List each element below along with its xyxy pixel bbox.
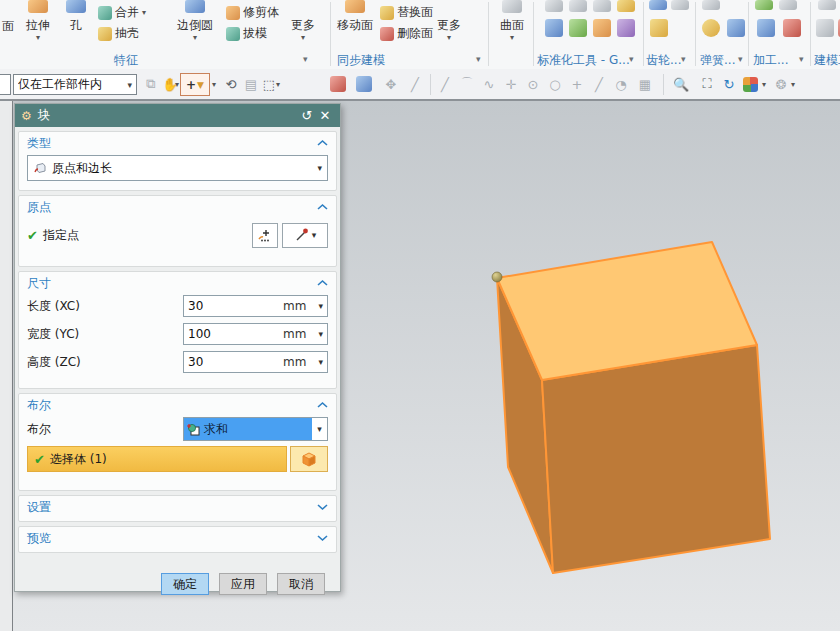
boolean-combo[interactable]: 求和 ▾	[183, 417, 328, 441]
sector-tool-icon[interactable]: ◔	[612, 75, 630, 93]
grid-tool-icon[interactable]: ▦	[636, 75, 654, 93]
chevron-down-icon[interactable]	[317, 503, 328, 511]
spring-brush-icon[interactable]	[727, 19, 745, 37]
segment-tool-icon[interactable]: ╱	[590, 75, 608, 93]
section-origin-header[interactable]: 原点	[27, 198, 328, 216]
section-preview-header[interactable]: 预览	[27, 529, 328, 547]
std-tool-icon[interactable]	[569, 0, 587, 12]
select-body-field[interactable]: ✔ 选择体 (1)	[27, 446, 287, 472]
type-combo[interactable]: 原点和边长 ▾	[27, 155, 328, 181]
ok-button[interactable]: 确定	[161, 573, 209, 595]
point-dialog-button[interactable]	[252, 223, 278, 248]
spring-coil-icon[interactable]	[702, 19, 720, 37]
group-dropdown-icon[interactable]: ▾	[681, 54, 686, 64]
selection-scope-combo[interactable]: 仅在工作部件内 ▾	[13, 74, 137, 95]
chevron-down-icon[interactable]: ▾	[762, 80, 766, 89]
dialog-titlebar[interactable]: ⚙ 块 ↺ ✕	[15, 104, 340, 127]
machining-axes-icon[interactable]	[783, 19, 801, 37]
machining-check-icon[interactable]	[755, 0, 773, 10]
ribbon-btn-surface[interactable]: 曲面 ▾	[492, 0, 532, 41]
std-tool-icon[interactable]	[593, 19, 611, 37]
machining-grid-icon[interactable]	[757, 19, 775, 37]
fit-view-icon[interactable]: ⛶	[698, 75, 716, 93]
chevron-down-icon[interactable]: ▾	[276, 80, 280, 89]
line-tool-icon[interactable]: ╱	[436, 75, 454, 93]
spline-tool-icon[interactable]: ∿	[480, 75, 498, 93]
inferred-point-button[interactable]: ▾	[282, 223, 328, 248]
shell-face-icon[interactable]	[330, 76, 346, 92]
chevron-down-icon[interactable]	[317, 534, 328, 542]
block-solid[interactable]	[497, 242, 770, 573]
ribbon-btn-replace-face[interactable]: 替换面	[380, 4, 433, 21]
std-tool-icon[interactable]	[593, 0, 611, 12]
modeling-doc-icon[interactable]	[816, 19, 834, 37]
chevron-down-icon[interactable]: ▾	[311, 357, 323, 367]
refresh-icon[interactable]: ↻	[720, 75, 738, 93]
close-icon[interactable]: ✕	[316, 108, 334, 123]
section-settings-header[interactable]: 设置	[27, 498, 328, 516]
ribbon-btn-hole[interactable]: 孔	[58, 0, 94, 34]
move-handles-icon[interactable]: ✥	[382, 75, 400, 93]
ribbon-btn-move-face[interactable]: 移动面	[334, 0, 376, 34]
origin-point-marker[interactable]	[492, 272, 502, 282]
line-tool-icon[interactable]: ╱	[406, 75, 424, 93]
cancel-button[interactable]: 取消	[277, 573, 325, 595]
group-dropdown-icon[interactable]: ▾	[629, 54, 634, 64]
ribbon-btn-trim-body[interactable]: 修剪体	[226, 4, 279, 21]
ribbon-btn-more-sync[interactable]: 更多 ▾	[430, 16, 468, 41]
chevron-down-icon[interactable]: ▾	[791, 80, 795, 89]
select-assembly-icon[interactable]: ⧉	[142, 75, 160, 93]
section-dimensions-header[interactable]: 尺寸	[27, 274, 328, 292]
group-dropdown-icon[interactable]: ▾	[303, 54, 308, 64]
std-tool-icon[interactable]	[569, 19, 587, 37]
section-type-header[interactable]: 类型	[27, 134, 328, 152]
rotate-point-icon[interactable]: ⟲	[222, 75, 240, 93]
std-tool-icon[interactable]	[617, 0, 635, 12]
arc-tool-icon[interactable]: ⌒	[458, 75, 476, 93]
gear-hand-icon[interactable]	[650, 19, 668, 37]
render-style-icon[interactable]: ❂	[772, 75, 790, 93]
ribbon-btn-face-partial[interactable]: 面	[0, 17, 16, 35]
view-layout-icon[interactable]	[743, 77, 758, 92]
chevron-up-icon[interactable]	[317, 401, 328, 409]
ribbon-btn-unite[interactable]: 合并 ▾	[98, 4, 146, 21]
partial-control[interactable]	[0, 74, 11, 95]
std-tool-icon[interactable]	[545, 19, 563, 37]
chevron-down-icon[interactable]: ▾	[311, 301, 323, 311]
zoom-window-icon[interactable]: 🔍	[672, 75, 690, 93]
block-front-face[interactable]	[542, 345, 770, 573]
width-input[interactable]: 100 mm ▾	[183, 323, 328, 345]
ribbon-btn-extrude[interactable]: 拉伸 ▾	[16, 0, 60, 41]
chevron-down-icon[interactable]: ▾	[212, 80, 216, 89]
group-dropdown-icon[interactable]: ▾	[799, 54, 804, 64]
ribbon-btn-shell[interactable]: 抽壳	[98, 25, 139, 42]
chevron-down-icon[interactable]: ▾	[311, 329, 323, 339]
ribbon-btn-more-feature[interactable]: 更多 ▾	[284, 16, 322, 41]
menu-tool-icon[interactable]: ▤	[242, 75, 260, 93]
std-tool-icon[interactable]	[545, 0, 563, 12]
section-boolean-header[interactable]: 布尔	[27, 396, 328, 414]
reset-icon[interactable]: ↺	[298, 108, 316, 123]
ribbon-btn-edge-blend[interactable]: 边倒圆 ▾	[168, 0, 222, 41]
length-input[interactable]: 30 mm ▾	[183, 295, 328, 317]
gear-tool-icon[interactable]	[671, 0, 689, 10]
ribbon-btn-draft[interactable]: 拔模	[226, 25, 267, 42]
chevron-down-icon[interactable]: ▾	[312, 418, 327, 440]
show-body-icon[interactable]	[356, 76, 372, 92]
apply-button[interactable]: 应用	[219, 573, 267, 595]
chevron-up-icon[interactable]	[317, 203, 328, 211]
machining-tool-icon[interactable]	[779, 0, 797, 10]
chevron-up-icon[interactable]	[317, 279, 328, 287]
std-tool-icon[interactable]	[617, 19, 635, 37]
chevron-up-icon[interactable]	[317, 139, 328, 147]
snap-point-toggle[interactable]: +▼	[180, 73, 210, 96]
modeling-tool-icon[interactable]	[818, 0, 836, 10]
circle-tool-icon[interactable]: ○	[546, 75, 564, 93]
point-tool-icon[interactable]: +	[568, 75, 586, 93]
spring-tool-icon[interactable]	[702, 0, 720, 10]
group-dropdown-icon[interactable]: ▾	[476, 54, 481, 64]
axis-tool-icon[interactable]: ✛	[502, 75, 520, 93]
group-dropdown-icon[interactable]: ▾	[738, 54, 743, 64]
circle-center-tool-icon[interactable]: ⊙	[524, 75, 542, 93]
height-input[interactable]: 30 mm ▾	[183, 351, 328, 373]
